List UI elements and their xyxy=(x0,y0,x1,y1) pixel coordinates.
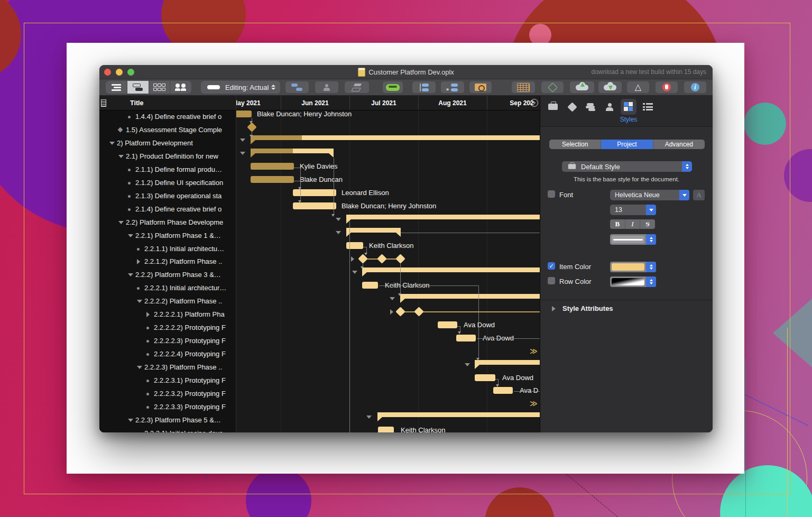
task-title[interactable]: 2) Platform Development xyxy=(117,139,193,147)
summary-bar[interactable] xyxy=(346,228,401,233)
publish-button[interactable] xyxy=(570,81,594,93)
disclosure-down-icon[interactable] xyxy=(137,366,142,369)
title-column-header[interactable]: Title xyxy=(130,99,143,107)
task-bar[interactable] xyxy=(362,282,378,289)
outline-row[interactable]: 2.1.1) Define formal produ… xyxy=(99,163,236,177)
task-title[interactable]: 2.2.2.2.3) Prototyping F xyxy=(154,337,226,345)
outline-gantt-divider[interactable] xyxy=(236,96,236,432)
month-header-label[interactable]: May 2021 xyxy=(236,99,261,107)
show-grid-button[interactable] xyxy=(512,81,535,93)
task-title[interactable]: 2.1.1) Define formal produ… xyxy=(135,165,222,173)
row-color-well[interactable] xyxy=(610,276,656,287)
chevron-down-icon[interactable] xyxy=(646,205,656,215)
gantt-disclosure-down-icon[interactable] xyxy=(336,218,341,221)
row-color-checkbox[interactable] xyxy=(548,277,555,284)
summary-bar[interactable] xyxy=(346,215,540,219)
inspector-tab-task[interactable] xyxy=(583,99,599,115)
inspector-tab-milestones[interactable] xyxy=(564,99,580,115)
outline-row[interactable]: 2.2.3) Platform Phase 5 &… xyxy=(99,414,236,427)
disclosure-down-icon[interactable] xyxy=(118,221,124,224)
strikethrough-button[interactable]: S xyxy=(640,219,655,229)
outline-row[interactable]: 2.1.4) Define creative brief o xyxy=(99,203,236,216)
outline-view-button[interactable] xyxy=(106,81,127,94)
show-milestones-button[interactable] xyxy=(541,81,564,93)
info-button[interactable]: i xyxy=(684,81,706,93)
gantt-disclosure-down-icon[interactable] xyxy=(465,363,470,366)
gantt-disclosure-right-icon[interactable] xyxy=(390,309,393,315)
disclosure-down-icon[interactable] xyxy=(137,300,142,303)
task-title[interactable]: 2.2.1.1) Initial architectu… xyxy=(144,245,224,253)
summary-bar[interactable] xyxy=(377,412,540,417)
offscreen-task-chevron-icon[interactable]: ≫ xyxy=(530,399,538,408)
gantt-disclosure-right-icon[interactable] xyxy=(351,256,354,262)
gantt-disclosure-down-icon[interactable] xyxy=(240,152,245,155)
network-view-button[interactable] xyxy=(149,81,171,94)
task-title[interactable]: 2.2.2.2.1) Platform Pha xyxy=(154,310,225,318)
task-bar[interactable] xyxy=(378,427,394,432)
gantt-disclosure-down-icon[interactable] xyxy=(240,139,245,142)
milestone-diamond[interactable] xyxy=(247,122,256,132)
assign-resource-button[interactable] xyxy=(315,81,338,93)
task-title[interactable]: 2.2.2.2) Platform Phase .. xyxy=(144,297,222,305)
month-header-label[interactable]: Jul 2021 xyxy=(371,99,396,107)
outline-row[interactable]: 1.4.4) Define creative brief o xyxy=(99,110,236,124)
task-title[interactable]: 2.2.1.2) Platform Phase .. xyxy=(144,257,222,265)
editing-mode-dropdown[interactable]: Editing: Actual xyxy=(201,81,280,94)
disclosure-right-icon[interactable] xyxy=(146,312,150,317)
styles-scope-tab-advanced[interactable]: Advanced xyxy=(653,140,705,149)
inspector-tab-styles[interactable] xyxy=(621,99,636,115)
update-button[interactable] xyxy=(598,81,622,93)
font-checkbox[interactable] xyxy=(548,190,555,198)
italic-button[interactable]: I xyxy=(625,219,641,229)
task-title[interactable]: 2.2.2.3.1) Prototyping F xyxy=(154,376,226,384)
style-select-dropdown[interactable]: Default Style xyxy=(562,161,692,172)
task-title[interactable]: 2.2.2.3.2) Prototyping F xyxy=(154,390,226,398)
chevron-down-icon[interactable] xyxy=(679,190,689,200)
styles-scope-tab-selection[interactable]: Selection xyxy=(549,140,601,149)
stepper-icon[interactable] xyxy=(646,262,656,272)
task-title[interactable]: 2.2) Platform Phase Developme xyxy=(126,218,223,226)
milestone-diamond[interactable] xyxy=(358,254,367,264)
outline-row[interactable]: 2.2.1) Platform Phase 1 &… xyxy=(99,229,236,243)
disclosure-down-icon[interactable] xyxy=(128,234,133,237)
stepper-icon[interactable] xyxy=(682,161,692,172)
outline-row[interactable]: 1.5) Assessment Stage Comple xyxy=(99,124,236,137)
stepper-icon[interactable] xyxy=(646,276,656,287)
month-header-label[interactable]: Sep 202 xyxy=(510,99,533,107)
outline-row[interactable]: 2.2.2.3.3) Prototyping F xyxy=(99,401,236,414)
gantt-view-button[interactable] xyxy=(127,81,149,94)
task-title[interactable]: 2.2.2.1) Initial architectur… xyxy=(144,284,226,292)
summary-bar[interactable] xyxy=(251,149,334,153)
item-color-well[interactable] xyxy=(610,262,656,272)
task-bar[interactable] xyxy=(293,202,336,209)
outline-row[interactable]: 2.2.2.3.2) Prototyping F xyxy=(99,387,236,401)
font-size-dropdown[interactable]: 13 xyxy=(610,205,656,215)
font-family-dropdown[interactable]: Helvetica Neue xyxy=(610,190,689,200)
outline-row[interactable]: 2.2.2.2.3) Prototyping F xyxy=(99,335,236,348)
outline-row[interactable]: 2.2.2.2) Platform Phase .. xyxy=(99,295,236,308)
task-bar[interactable] xyxy=(251,176,294,183)
disclosure-down-icon[interactable] xyxy=(118,155,124,158)
inspector-tab-project-info[interactable] xyxy=(545,99,561,115)
connect-tasks-button[interactable] xyxy=(285,81,309,93)
task-title[interactable]: 2.1.3) Define operational sta xyxy=(135,192,222,200)
task-title[interactable]: 2.1.2) Define UI specification xyxy=(135,179,223,187)
month-header-label[interactable]: Aug 2021 xyxy=(438,99,466,107)
gantt-disclosure-down-icon[interactable] xyxy=(352,271,357,274)
task-bar[interactable] xyxy=(493,387,513,394)
task-bar[interactable] xyxy=(438,321,457,328)
task-title[interactable]: 2.2.2.2.2) Prototyping F xyxy=(154,324,226,331)
catch-up-button[interactable] xyxy=(412,81,436,93)
summary-bar[interactable] xyxy=(362,267,540,272)
gantt-disclosure-down-icon[interactable] xyxy=(390,297,395,300)
task-bar[interactable] xyxy=(251,163,294,170)
task-bar[interactable] xyxy=(456,335,476,341)
item-color-checkbox[interactable]: ✓ xyxy=(548,262,555,270)
stroke-style-dropdown[interactable] xyxy=(610,234,656,245)
task-title[interactable]: 1.4.4) Define creative brief o xyxy=(135,113,222,121)
outline-row[interactable]: 2.1.3) Define operational sta xyxy=(99,190,236,203)
month-header-label[interactable]: Jun 2021 xyxy=(301,99,328,107)
task-title[interactable]: 2.2.2.3) Platform Phase .. xyxy=(144,363,222,371)
font-panel-button[interactable]: A xyxy=(693,190,705,200)
disclosure-right-icon[interactable] xyxy=(137,259,140,264)
